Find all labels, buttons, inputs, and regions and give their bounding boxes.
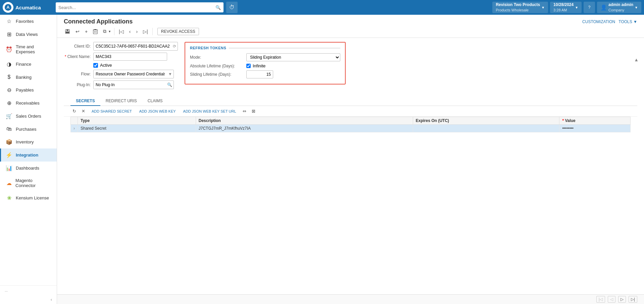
search-bar[interactable]: 🔍: [56, 2, 224, 12]
sidebar-item-purchases[interactable]: 🛍 Purchases: [0, 123, 57, 135]
add-button[interactable]: +: [83, 27, 90, 36]
search-input[interactable]: [58, 5, 215, 10]
tab-secrets[interactable]: SECRETS: [70, 97, 100, 106]
row-expand-cell[interactable]: ›: [71, 125, 78, 132]
tab-claims[interactable]: CLAIMS: [142, 97, 168, 106]
mode-select[interactable]: Sliding Expiration: [246, 53, 340, 61]
tools-label: TOOLS: [618, 19, 632, 24]
receivables-icon: ⊕: [6, 100, 12, 106]
undo-icon: ↩: [76, 29, 80, 34]
sidebar-item-integration[interactable]: ⚡ Integration: [0, 148, 57, 162]
plugin-search-icon[interactable]: 🔍: [166, 82, 174, 87]
sidebar-label-inventory: Inventory: [16, 139, 34, 144]
next-record-button[interactable]: ›: [134, 27, 140, 36]
sidebar-more-icon: ...: [5, 288, 8, 292]
help-button[interactable]: ?: [584, 2, 595, 13]
sidebar-label-payables: Payables: [16, 87, 34, 93]
undo-button[interactable]: ↩: [73, 27, 82, 36]
plugin-field-wrapper: 🔍: [93, 80, 174, 89]
client-id-field-wrapper: ⟳: [93, 42, 178, 51]
branch-selector[interactable]: Revision Two Products Products Wholesale…: [492, 2, 548, 13]
sidebar-label-integration: Integration: [16, 153, 38, 158]
copy-button[interactable]: ⧉ ▼: [101, 27, 112, 36]
sidebar-item-receivables[interactable]: ⊕ Receivables: [0, 97, 57, 110]
user-menu[interactable]: 👤 admin admin Company ▼: [597, 2, 641, 13]
row-description-cell: J7CTGJ7mR_J7mKfhuVz7IA: [196, 125, 413, 132]
th-value-label: Value: [565, 118, 575, 123]
flow-dropdown-icon[interactable]: ▼: [167, 72, 174, 76]
row-type-value: Shared Secret: [81, 126, 106, 131]
cancel-icon: ✕: [82, 109, 85, 114]
sidebar-item-inventory[interactable]: 📦 Inventory: [0, 135, 57, 148]
bottom-first-button[interactable]: |◁: [596, 296, 605, 303]
abs-infinite-checkbox[interactable]: [246, 64, 251, 68]
client-name-input[interactable]: [93, 53, 167, 61]
sidebar-item-dashboards[interactable]: 📊 Dashboards: [0, 162, 57, 175]
th-description-label: Description: [199, 118, 221, 123]
flow-field-wrapper: ▼: [93, 70, 174, 78]
active-checkbox[interactable]: [93, 63, 98, 68]
tools-link[interactable]: TOOLS ▼: [618, 19, 637, 24]
sidebar-item-favorites[interactable]: ☆ Favorites: [0, 15, 57, 28]
abs-infinite-group: Infinite: [246, 63, 265, 68]
add-icon: +: [85, 29, 88, 34]
plugin-input[interactable]: [94, 81, 166, 89]
sidebar-item-banking[interactable]: $ Banking: [0, 71, 57, 83]
sidebar-item-payables[interactable]: ⊖ Payables: [0, 83, 57, 97]
svg-rect-9: [94, 29, 96, 30]
sidebar-footer[interactable]: ...: [0, 285, 57, 295]
bottom-prev-button[interactable]: ◁: [608, 296, 615, 303]
client-name-row: Client Name:: [64, 53, 178, 61]
refresh-tokens-divider: [229, 48, 340, 48]
user-line1: admin admin: [608, 2, 633, 8]
tab-redirect-uris[interactable]: REDIRECT URIS: [100, 97, 142, 106]
add-json-web-key-set-url-button[interactable]: ADD JSON WEB KEY SET URL: [180, 108, 239, 114]
flow-input[interactable]: [94, 70, 167, 78]
date-selector[interactable]: 10/28/2024 3:28 AM ▼: [550, 2, 582, 13]
sidebar-item-time-expenses[interactable]: ⏰ Time and Expenses: [0, 41, 57, 58]
first-record-button[interactable]: |◁: [116, 27, 126, 36]
filter-button[interactable]: ⊠: [250, 108, 257, 115]
history-button[interactable]: ⏱: [226, 2, 238, 13]
plugin-row: Plug-In: 🔍: [64, 80, 178, 89]
sidebar-item-kensium[interactable]: ❀ Kensium License: [0, 191, 57, 204]
active-row: Active: [93, 63, 178, 68]
table-row[interactable]: › Shared Secret J7CTGJ7mR_J7mKfhuVz7IA: [71, 125, 631, 132]
client-id-input[interactable]: [94, 42, 171, 50]
last-record-button[interactable]: ▷|: [141, 27, 150, 36]
prev-record-button[interactable]: ‹: [127, 27, 133, 36]
add-shared-secret-button[interactable]: ADD SHARED SECRET: [89, 108, 135, 114]
collapse-panel-button[interactable]: ▲: [634, 57, 639, 62]
app-logo[interactable]: A Acumatica: [3, 2, 53, 13]
sidebar-item-finance[interactable]: ◑ Finance: [0, 58, 57, 71]
sidebar-collapse-button[interactable]: ‹: [0, 295, 57, 304]
bottom-last-button[interactable]: ▷|: [629, 296, 637, 303]
add-json-web-key-button[interactable]: ADD JSON WEB KEY: [136, 108, 179, 114]
next-icon: ›: [136, 29, 138, 34]
branch-line1: Revision Two Products: [496, 2, 540, 8]
refresh-button[interactable]: ↻: [70, 108, 78, 115]
column-config-button[interactable]: ⇔: [241, 108, 248, 115]
client-id-generate-icon[interactable]: ⟳: [171, 44, 178, 49]
cancel-row-button[interactable]: ✕: [80, 108, 87, 115]
customization-link[interactable]: CUSTOMIZATION: [582, 19, 615, 24]
bottom-next-button[interactable]: ▷: [618, 296, 626, 303]
sidebar-item-sales-orders[interactable]: 🛒 Sales Orders: [0, 110, 57, 123]
table-header-row: Type Description Expires On (UTC) Value: [71, 117, 631, 125]
sidebar-item-data-views[interactable]: ⊞ Data Views: [0, 28, 57, 41]
purchases-icon: 🛍: [6, 126, 12, 132]
table-wrapper: Type Description Expires On (UTC) Value: [64, 117, 637, 132]
filter-icon: ⊠: [252, 109, 255, 114]
tools-caret-icon: ▼: [633, 19, 637, 24]
sidebar-item-magento[interactable]: ☁ Magento Connector: [0, 175, 57, 191]
sliding-lifetime-input[interactable]: [246, 70, 273, 78]
revoke-access-button[interactable]: REVOKE ACCESS: [157, 28, 199, 35]
row-expand-icon[interactable]: ›: [73, 126, 75, 131]
delete-button[interactable]: [91, 27, 100, 36]
row-type-cell: Shared Secret: [78, 125, 196, 132]
abs-lifetime-label: Absolute Lifetime (Days):: [190, 64, 244, 68]
save-button[interactable]: [62, 27, 72, 36]
user-avatar-icon: 👤: [600, 4, 607, 11]
main-toolbar: ↩ + ⧉ ▼ |◁: [57, 25, 644, 38]
save-icon: [65, 29, 70, 34]
